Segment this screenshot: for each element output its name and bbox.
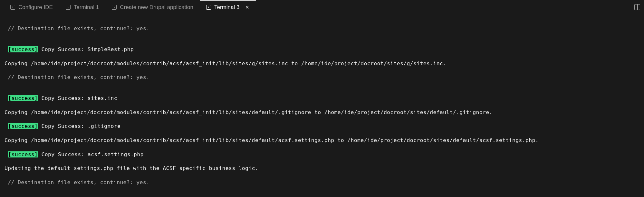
tab-label: Create new Drupal application bbox=[120, 4, 193, 11]
terminal-icon bbox=[10, 5, 15, 10]
terminal-icon bbox=[112, 5, 117, 10]
terminal-icon bbox=[66, 5, 71, 10]
output-line: Copying /home/ide/project/docroot/module… bbox=[5, 60, 639, 67]
tab-create-drupal[interactable]: Create new Drupal application bbox=[105, 0, 200, 14]
close-icon[interactable]: ✕ bbox=[245, 4, 249, 10]
split-editor-icon[interactable] bbox=[634, 4, 640, 10]
success-badge: [success] bbox=[8, 151, 38, 157]
success-badge: [success] bbox=[8, 46, 38, 52]
success-badge: [success] bbox=[8, 123, 38, 129]
output-line: // Destination file exists, continue?: y… bbox=[5, 25, 639, 32]
output-line: [success] Copy Success: .gitignore bbox=[5, 123, 639, 130]
output-line: Updating the default settings.php file w… bbox=[5, 165, 639, 172]
output-line: Copying /home/ide/project/docroot/module… bbox=[5, 137, 639, 144]
terminal-output[interactable]: // Destination file exists, continue?: y… bbox=[0, 14, 644, 197]
msg: Copy Success: .gitignore bbox=[38, 123, 120, 129]
success-badge: [success] bbox=[8, 95, 38, 101]
output-line: // Destination file exists, continue?: y… bbox=[5, 179, 639, 186]
output-line: // Destination file exists, continue?: y… bbox=[5, 74, 639, 81]
msg: Copy Success: sites.inc bbox=[38, 95, 117, 101]
tab-configure-ide[interactable]: Configure IDE bbox=[4, 0, 59, 14]
tab-terminal-3[interactable]: Terminal 3 ✕ bbox=[200, 0, 256, 14]
tab-bar: Configure IDE Terminal 1 Create new Drup… bbox=[0, 0, 644, 14]
output-line: Copying /home/ide/project/docroot/module… bbox=[5, 109, 639, 116]
tab-terminal-1[interactable]: Terminal 1 bbox=[59, 0, 105, 14]
tab-label: Configure IDE bbox=[18, 4, 53, 11]
tab-label: Terminal 3 bbox=[214, 4, 239, 11]
output-line: [success] Copy Success: acsf.settings.ph… bbox=[5, 151, 639, 158]
output-line: [success] Copy Success: sites.inc bbox=[5, 95, 639, 102]
msg: Copy Success: SimpleRest.php bbox=[38, 46, 134, 52]
terminal-icon bbox=[206, 5, 211, 10]
msg: Copy Success: acsf.settings.php bbox=[38, 151, 143, 157]
tab-label: Terminal 1 bbox=[74, 4, 99, 11]
output-line: [success] Copy Success: SimpleRest.php bbox=[5, 46, 639, 53]
